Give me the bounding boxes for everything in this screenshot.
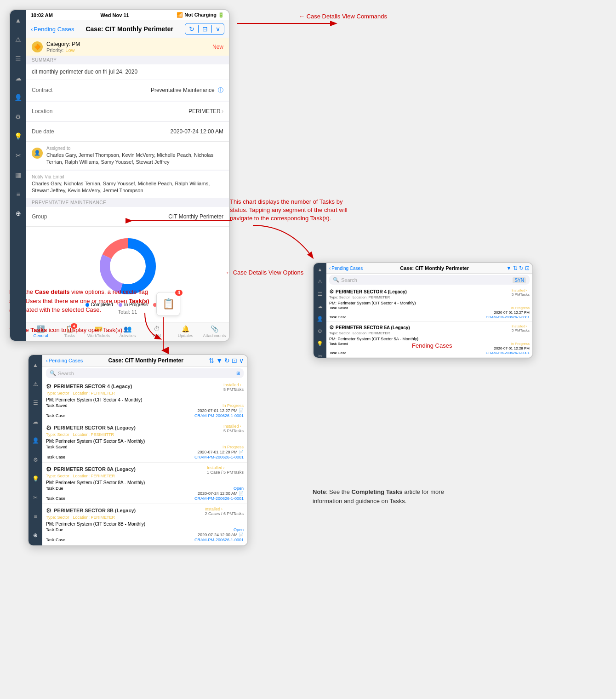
task-4-case-link[interactable]: CRAM-PM-200626-1-0001: [194, 538, 244, 542]
tab-updates-icon: 🔔: [182, 325, 189, 332]
right-task-2-right: Installed › 5 PMTasks: [512, 324, 530, 332]
right-task-2-left: ⚙ PERIMETER SECTOR 5A (Legacy) Type: Sec…: [329, 324, 410, 335]
right-task-2-status-label: In Progress: [511, 342, 530, 346]
annotation-note: Note: See the Completing Tasks article f…: [313, 487, 469, 505]
tasks-view-icon[interactable]: ⊡: [232, 357, 237, 364]
tasks-more-icon[interactable]: ∨: [239, 357, 244, 364]
sidebar-icon-filter[interactable]: ≡: [12, 188, 25, 201]
task-3-chevron: ›: [223, 465, 225, 470]
tasks-filter-icon[interactable]: ▼: [216, 357, 222, 364]
task-3-case-link[interactable]: CRAM-PM-200626-1-0001: [194, 496, 244, 501]
tasks-map-icon[interactable]: ⊞: [236, 371, 240, 376]
task-2-case-label: Task Case: [46, 455, 65, 459]
priority-value: Low: [65, 47, 74, 53]
tab-updates[interactable]: 🔔 Updates: [171, 322, 200, 341]
right-sidebar-gear[interactable]: ⚙: [314, 328, 326, 334]
task-2-saved-label: Task Saved: [46, 445, 68, 449]
task-4-pm: PM: Perimeter System (CIT Sector 8B - Mo…: [46, 521, 244, 527]
sidebar-icon-tools[interactable]: ✂: [12, 149, 25, 162]
right-filter-icon[interactable]: ▼: [506, 265, 512, 271]
sidebar-icon-triangle[interactable]: ▲: [12, 14, 25, 27]
tasks-sort-icon[interactable]: ⇅: [209, 357, 214, 364]
right-sidebar-cloud[interactable]: ☁: [314, 304, 326, 309]
task-item-4[interactable]: ⚙ PERIMETER SECTOR 8B (Legacy) Type: Sec…: [42, 504, 247, 545]
sidebar-icon-gear[interactable]: ⚙: [12, 110, 25, 123]
right-task-1-saved-label: Task Saved: [329, 306, 348, 310]
tasks-sidebar-filter[interactable]: ≡: [29, 510, 42, 523]
right-task-item-1[interactable]: ⚙ PERIMETER SECTOR 4 (Legacy) Type: Sect…: [326, 286, 532, 322]
sidebar-icon-cloud[interactable]: ☁: [12, 72, 25, 85]
right-task-2-pmcount: 5 PMTasks: [512, 328, 530, 332]
task-4-case-label: Task Case: [46, 538, 65, 542]
right-sort-icon[interactable]: ⇅: [513, 265, 518, 271]
back-button[interactable]: ‹ Pending Cases: [31, 26, 74, 33]
right-sidebar-menu[interactable]: ☰: [314, 291, 326, 297]
right-sidebar-tools[interactable]: ✂: [314, 353, 326, 359]
chevron-left-icon: ‹: [31, 26, 33, 33]
tasks-sidebar-cloud[interactable]: ☁: [29, 416, 42, 428]
task-4-location-label: Location: PERIMETER: [73, 515, 115, 520]
tasks-nav-title: Case: CIT Monthly Perimeter: [86, 357, 205, 364]
task-item-2[interactable]: ⚙ PERIMETER SECTOR 5A (Legacy) Type: Sec…: [42, 421, 247, 463]
task-3-status: Installed: [207, 465, 222, 470]
right-btn-label[interactable]: SYN: [513, 277, 526, 283]
right-task-2-case-row: Task Case CRAM-PM-200626-1-0001: [329, 351, 530, 355]
task-2-date-row: 2020-07-01 12:28 PM 📄: [46, 450, 244, 454]
location-label: Location: [32, 108, 52, 115]
tasks-back-button[interactable]: ‹ Pending Cases: [46, 358, 83, 363]
arrow-chart: [129, 214, 234, 228]
tab-worktickets-label: WorkTickets: [87, 333, 110, 338]
right-sidebar-user[interactable]: 👤: [314, 316, 326, 322]
tasks-search-bar[interactable]: 🔍 Search ⊞: [46, 368, 244, 378]
right-sidebar-bulb[interactable]: 💡: [314, 341, 326, 347]
sidebar-icon-bulb[interactable]: 💡: [12, 130, 25, 143]
right-task-2-name-row: ⚙ PERIMETER SECTOR 5A (Legacy): [329, 324, 410, 331]
sidebar-icon-menu[interactable]: ☰: [12, 52, 25, 65]
right-task-1-case-link[interactable]: CRAM-PM-200626-1-0001: [486, 315, 530, 319]
task-4-date: 2020-07-24 12:00 AM 📄: [198, 533, 244, 537]
contract-info-icon[interactable]: ⓘ: [218, 87, 223, 93]
right-task-2-status: Installed: [512, 324, 525, 328]
task-2-case-link[interactable]: CRAM-PM-200626-1-0001: [194, 455, 244, 459]
tasks-sidebar-triangle[interactable]: ▲: [29, 359, 42, 371]
right-sidebar-warning[interactable]: ⚠: [314, 279, 326, 285]
tasks-sidebar-active[interactable]: ⊕: [29, 529, 42, 542]
tasks-sidebar-menu[interactable]: ☰: [29, 396, 42, 409]
contract-value: Preventative Maintenance ⓘ: [151, 86, 223, 94]
tasks-sidebar-gear[interactable]: ⚙: [29, 453, 42, 466]
tasks-sidebar-warning[interactable]: ⚠: [29, 378, 42, 390]
tasks-sidebar-user[interactable]: 👤: [29, 435, 42, 447]
tab-general-label: General: [33, 333, 48, 338]
task-3-date-row: 2020-07-24 12:00 AM 📄: [46, 491, 244, 496]
tasks-sidebar-tools[interactable]: ✂: [29, 491, 42, 504]
sidebar-icon-circle[interactable]: ⊕: [12, 207, 25, 220]
right-nav-title: Case: CIT Monthly Perimeter: [366, 265, 502, 271]
sidebar-icon-warning[interactable]: ⚠: [12, 33, 25, 46]
tasks-sidebar-bulb[interactable]: 💡: [29, 472, 42, 485]
task-2-status-label: In Progress: [222, 445, 244, 449]
right-task-2-pm: PM: Perimeter System (CIT Sector 5A - Mo…: [329, 337, 530, 341]
task-4-meta: Type: Sector Location: PERIMETER: [46, 515, 136, 520]
sidebar-icon-user[interactable]: 👤: [12, 91, 25, 104]
task-1-case-link[interactable]: CRAM-PM-200626-1-0001: [194, 413, 244, 418]
right-back-button[interactable]: ‹ Pending Cases: [329, 266, 363, 271]
sidebar-icon-grid[interactable]: ▦: [12, 168, 25, 181]
right-task-item-2[interactable]: ⚙ PERIMETER SECTOR 5A (Legacy) Type: Sec…: [326, 322, 532, 358]
task-4-pmcount: 2 Cases / 6 PMTasks: [205, 511, 244, 516]
priority-label: Priority:: [46, 47, 63, 53]
task-4-status-label: Open: [234, 527, 244, 532]
tasks-sidebar: ▲ ⚠ ☰ ☁ 👤 ⚙ 💡 ✂ ≡ ⊕: [29, 355, 42, 545]
location-value[interactable]: PERIMETER ›: [188, 108, 223, 115]
tab-attachments[interactable]: 📎 Attachments: [200, 322, 229, 341]
task-4-due-label: Task Due: [46, 527, 63, 532]
task-item-1[interactable]: ⚙ PERIMETER SECTOR 4 (Legacy) Type: Sect…: [42, 380, 247, 421]
right-task-2-case-link[interactable]: CRAM-PM-200626-1-0001: [486, 351, 530, 355]
right-task-2-location: Location: PERIMETER: [353, 331, 390, 335]
right-search-bar[interactable]: 🔍 Search SYN: [329, 275, 530, 285]
task-4-type-label: Type: Sector: [46, 515, 69, 520]
right-view-icon[interactable]: ⊡: [525, 265, 530, 271]
right-refresh-icon[interactable]: ↻: [519, 265, 524, 271]
right-sidebar-triangle[interactable]: ▲: [314, 267, 326, 272]
tasks-refresh-icon[interactable]: ↻: [224, 357, 230, 364]
task-item-3[interactable]: ⚙ PERIMETER SECTOR 8A (Legacy) Type: Sec…: [42, 463, 247, 504]
